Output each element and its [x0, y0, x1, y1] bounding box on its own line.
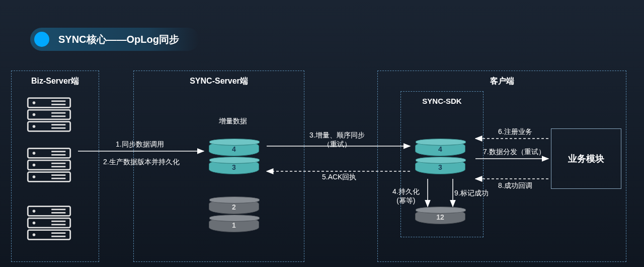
biz-module-box: 业务模块	[551, 128, 621, 189]
title-pill: SYNC核心——OpLog同步	[30, 28, 199, 51]
svg-rect-18	[51, 163, 65, 164]
svg-rect-7	[51, 115, 65, 117]
arrow-label-1: 1.同步数据调用	[116, 140, 164, 149]
svg-rect-31	[51, 224, 65, 225]
arrow-label-8: 8.成功回调	[498, 181, 532, 190]
cylinder-label: 12	[436, 213, 444, 221]
cylinder-stack-sdk-gray: 12	[415, 209, 465, 227]
svg-rect-26	[51, 209, 65, 210]
cylinder-icon: 12	[415, 209, 465, 224]
box-client-title: 客户端	[490, 76, 514, 87]
arrow-label-6: 6.注册业务	[498, 127, 532, 137]
svg-rect-10	[51, 124, 65, 125]
cylinder-label: 3	[232, 163, 236, 171]
svg-point-25	[33, 210, 36, 213]
cylinder-stack-sync-teal: 4 3	[209, 141, 259, 177]
svg-rect-6	[51, 112, 65, 114]
svg-rect-19	[51, 166, 65, 167]
svg-point-1	[33, 101, 36, 104]
svg-point-29	[33, 222, 36, 225]
svg-rect-34	[51, 232, 65, 234]
cylinder-label: 2	[232, 203, 236, 211]
server-icon	[25, 204, 73, 244]
svg-point-5	[33, 113, 36, 116]
server-rack-icon	[25, 146, 73, 184]
svg-rect-2	[51, 100, 65, 102]
svg-rect-14	[51, 151, 65, 152]
title-text: SYNC核心——OpLog同步	[58, 33, 179, 46]
box-sdk-title: SYNC-SDK	[422, 97, 461, 105]
server-rack-icon	[25, 204, 73, 242]
svg-rect-30	[51, 221, 65, 222]
arrow-label-9: 9.标记成功	[454, 189, 489, 198]
svg-rect-11	[51, 127, 65, 129]
cylinder-icon: 3	[415, 159, 465, 174]
svg-point-21	[33, 175, 36, 178]
svg-point-17	[33, 164, 36, 167]
svg-rect-27	[51, 212, 65, 214]
server-rack-icon	[25, 96, 73, 134]
svg-point-9	[33, 125, 36, 128]
arrow-label-3: 3.增量、顺序同步 （重试）	[309, 131, 365, 149]
cylinder-label: 3	[438, 163, 442, 171]
cylinder-label: 4	[232, 145, 236, 153]
server-icon	[25, 96, 73, 136]
biz-module-label: 业务模块	[568, 153, 604, 165]
arrow-label-4: 4.持久化 (幂等)	[392, 187, 420, 206]
cylinder-stack-sync-gray: 2 1	[209, 199, 259, 235]
cylinder-label: 4	[438, 145, 442, 153]
svg-rect-35	[51, 236, 65, 237]
box-biz-title: Biz-Server端	[31, 76, 79, 87]
svg-rect-23	[51, 178, 65, 179]
cylinder-icon: 4	[209, 141, 259, 156]
svg-rect-22	[51, 174, 65, 176]
cylinder-icon: 4	[415, 141, 465, 156]
cylinder-icon: 1	[209, 217, 259, 232]
svg-rect-3	[51, 104, 65, 105]
box-sync-title: SYNC-Server端	[190, 76, 248, 87]
cylinder-label: 1	[232, 221, 236, 229]
svg-point-13	[33, 152, 36, 155]
svg-rect-15	[51, 154, 65, 156]
cylinder-icon: 3	[209, 159, 259, 174]
arrow-label-5: 5.ACK回执	[322, 173, 356, 182]
arrow-label-7: 7.数据分发（重试）	[483, 148, 545, 157]
svg-point-33	[33, 233, 36, 236]
arrow-label-2: 2.生产数据版本并持久化	[103, 158, 180, 167]
cylinder-icon: 2	[209, 199, 259, 214]
label-inc-data: 增量数据	[219, 117, 247, 126]
title-dot-icon	[34, 32, 49, 47]
cylinder-stack-sdk-teal: 4 3	[415, 141, 465, 177]
server-icon	[25, 146, 73, 186]
